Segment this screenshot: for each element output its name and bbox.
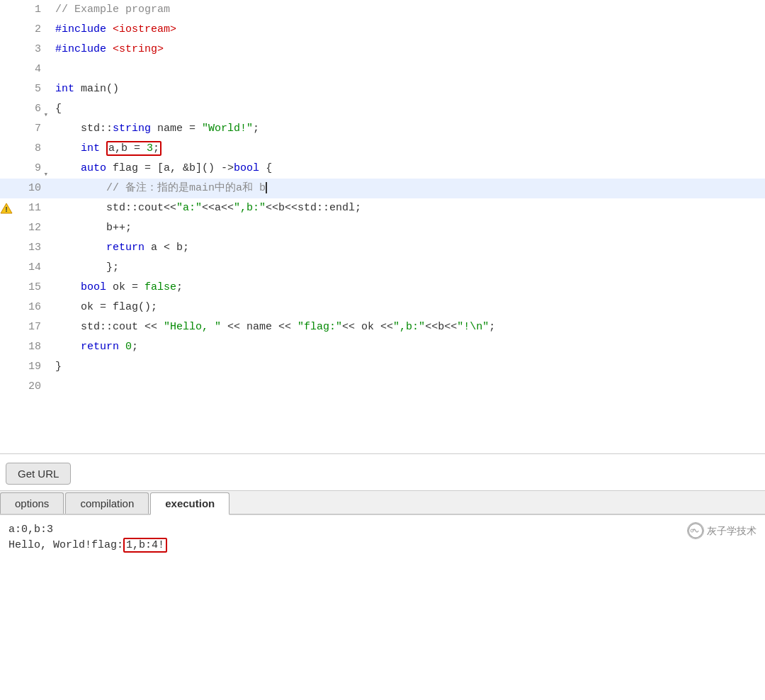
line-num-17: 17: [14, 317, 50, 337]
line-content-14: };: [50, 258, 765, 278]
output-text: a:0,b:3 Hello, World!flag:1,b:4!: [8, 522, 687, 553]
line-content-16: ok = flag();: [50, 298, 765, 317]
line-num-2: 2: [14, 20, 50, 40]
line-num-3: 3: [14, 40, 50, 60]
line-num-9: 9▾: [14, 159, 50, 179]
line-content-11: std::cout<<"a:"<<a<<",b:"<<b<<std::endl;: [50, 198, 765, 218]
line-content-18: return 0;: [50, 337, 765, 357]
line-content-13: return a < b;: [50, 238, 765, 258]
editor-empty-space: [0, 397, 765, 453]
code-line-18: 18 return 0;: [0, 337, 765, 357]
code-line-16: 16 ok = flag();: [0, 298, 765, 317]
line-num-7: 7: [14, 119, 50, 139]
svg-text:!: !: [4, 206, 8, 214]
code-line-15: 15 bool ok = false;: [0, 278, 765, 298]
code-line-20: 20: [0, 377, 765, 397]
line-content-1: // Example program: [50, 0, 765, 20]
line-num-1: 1: [14, 0, 50, 20]
code-line-2: 2 #include <iostream>: [0, 20, 765, 40]
line-num-4: 4: [14, 60, 50, 79]
line-num-18: 18: [14, 337, 50, 357]
output-line-2-pre: Hello, World!flag:: [8, 539, 123, 551]
line-content-5: int main(): [50, 79, 765, 99]
code-line-8: 8 int a,b = 3;: [0, 139, 765, 159]
line-num-10: 10: [14, 179, 50, 198]
line-content-9: auto flag = [a, &b]() ->bool {: [50, 159, 765, 179]
tab-compilation[interactable]: compilation: [65, 492, 149, 514]
tabs-bar: options compilation execution: [0, 491, 765, 515]
code-line-17: 17 std::cout << "Hello, " << name << "fl…: [0, 317, 765, 337]
output-section: a:0,b:3 Hello, World!flag:1,b:4! 灰子学技术: [0, 515, 765, 560]
tab-execution[interactable]: execution: [150, 492, 230, 515]
line-content-3: #include <string>: [50, 40, 765, 60]
code-line-7: 7 std::string name = "World!";: [0, 119, 765, 139]
line-content-10: // 备注：指的是main中的a和 b: [50, 179, 765, 198]
line-num-14: 14: [14, 258, 50, 278]
code-line-12: 12 b++;: [0, 218, 765, 238]
gutter-11: !: [0, 198, 14, 218]
line-num-6: 6▾: [14, 99, 50, 119]
code-line-1: 1 // Example program: [0, 0, 765, 20]
output-line-1: a:0,b:3: [8, 522, 687, 538]
watermark-icon: [687, 522, 704, 539]
code-line-10: 10 // 备注：指的是main中的a和 b: [0, 179, 765, 198]
line-content-6: {: [50, 99, 765, 119]
line-num-20: 20: [14, 377, 50, 397]
line-num-5: 5: [14, 79, 50, 99]
watermark: 灰子学技术: [687, 522, 756, 539]
line-content-17: std::cout << "Hello, " << name << "flag:…: [50, 317, 765, 337]
line-content-19: }: [50, 357, 765, 377]
line-content-8: int a,b = 3;: [50, 139, 765, 159]
code-line-14: 14 };: [0, 258, 765, 278]
code-line-13: 13 return a < b;: [0, 238, 765, 258]
line-content-2: #include <iostream>: [50, 20, 765, 40]
tab-options[interactable]: options: [0, 492, 64, 514]
code-line-11: ! 11 std::cout<<"a:"<<a<<",b:"<<b<<std::…: [0, 198, 765, 218]
code-line-3: 3 #include <string>: [0, 40, 765, 60]
line-content-7: std::string name = "World!";: [50, 119, 765, 139]
warning-icon: !: [0, 202, 13, 215]
line-num-12: 12: [14, 218, 50, 238]
line-num-19: 19: [14, 357, 50, 377]
output-line-2-box: 1,b:4!: [123, 538, 167, 553]
line-num-8: 8: [14, 139, 50, 159]
line-num-16: 16: [14, 298, 50, 317]
line-content-12: b++;: [50, 218, 765, 238]
line-num-11: 11: [14, 198, 50, 218]
code-line-19: 19 }: [0, 357, 765, 377]
line-num-15: 15: [14, 278, 50, 298]
code-line-5: 5 int main(): [0, 79, 765, 99]
watermark-text: 灰子学技术: [707, 523, 756, 538]
line-content-15: bool ok = false;: [50, 278, 765, 298]
code-line-6: 6▾ {: [0, 99, 765, 119]
output-line-2: Hello, World!flag:1,b:4!: [8, 538, 687, 553]
code-line-9: 9▾ auto flag = [a, &b]() ->bool {: [0, 159, 765, 179]
get-url-button[interactable]: Get URL: [6, 463, 71, 485]
code-line-4: 4: [0, 60, 765, 79]
code-editor: 1 // Example program 2 #include <iostrea…: [0, 0, 765, 454]
get-url-section: Get URL: [0, 454, 765, 491]
line-num-13: 13: [14, 238, 50, 258]
brand-icon: [688, 523, 703, 538]
